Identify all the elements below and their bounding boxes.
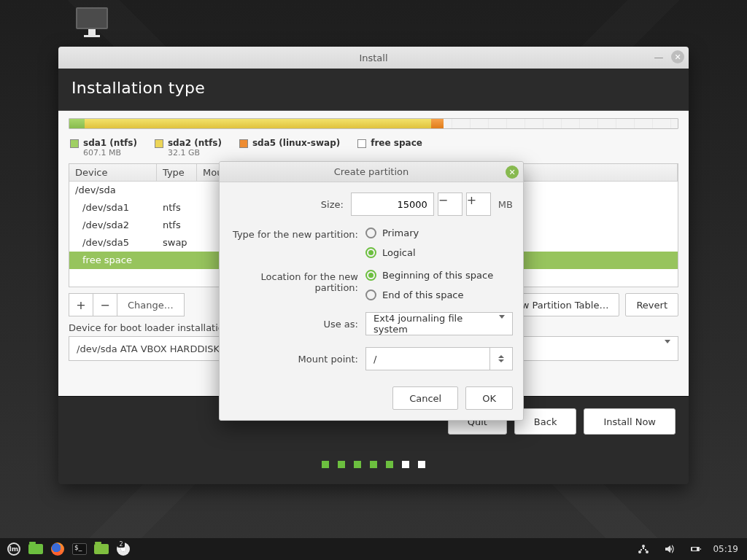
use-as-row: Use as: Ext4 journaling file system: [227, 312, 513, 335]
use-as-label: Use as:: [227, 319, 358, 330]
cell-type: ntfs: [157, 199, 197, 216]
window-minimize-button[interactable]: —: [652, 50, 665, 63]
legend-name: free space: [371, 138, 422, 148]
dialog-titlebar[interactable]: Create partition ✕: [220, 162, 523, 182]
volume-icon[interactable]: [660, 540, 679, 558]
window-close-button[interactable]: ✕: [671, 50, 684, 63]
partition-usage-bar: [69, 118, 678, 129]
legend-size: 32.1 GB: [168, 148, 222, 158]
use-as-select[interactable]: Ext4 journaling file system: [365, 312, 513, 335]
legend-swatch: [357, 139, 366, 148]
revert-button[interactable]: Revert: [625, 293, 678, 316]
usage-segment: [85, 119, 431, 128]
taskbar: lm $_ 2 05:19: [0, 538, 747, 560]
legend-name: sda5 (linux-swap): [252, 138, 340, 148]
cell-device: /dev/sda1: [69, 199, 157, 216]
cell-type: swap: [157, 234, 197, 251]
mount-point-value: /: [374, 354, 376, 365]
legend-name: sda2 (ntfs): [168, 138, 222, 148]
pager-dot: [418, 461, 425, 468]
remove-partition-button[interactable]: −: [93, 293, 117, 316]
legend-name: sda1 (ntfs): [83, 138, 137, 148]
pager-dot: [402, 461, 409, 468]
create-partition-dialog: Create partition ✕ Size: − + MB Type for…: [219, 161, 524, 421]
col-type[interactable]: Type: [157, 164, 197, 181]
mount-point-dropdown-button[interactable]: [489, 347, 513, 370]
radio-location-begin[interactable]: Beginning of this space: [365, 270, 493, 281]
window-title: Install: [359, 52, 387, 63]
cell-type: [157, 252, 197, 268]
cell-device: /dev/sda5: [69, 234, 157, 251]
install-now-button[interactable]: Install Now: [584, 408, 676, 435]
partition-location-label: Location for the new partition:: [227, 270, 358, 293]
cell-device: /dev/sda: [69, 182, 157, 198]
legend-item: sda2 (ntfs)32.1 GB: [155, 138, 222, 158]
legend-size: 607.1 MB: [83, 148, 137, 158]
pager-dot: [370, 461, 377, 468]
col-device[interactable]: Device: [69, 164, 157, 181]
use-as-value: Ext4 journaling file system: [374, 313, 499, 335]
size-input[interactable]: [351, 192, 434, 216]
legend-swatch: [239, 139, 248, 148]
cell-type: [157, 182, 197, 198]
legend-swatch: [70, 139, 79, 148]
mount-point-row: Mount point: /: [227, 347, 513, 370]
chevron-down-icon: [499, 319, 505, 330]
usage-segment: [444, 119, 678, 128]
start-menu-button[interactable]: lm: [4, 540, 23, 558]
dialog-buttons: Cancel OK: [227, 382, 513, 410]
taskbar-installer[interactable]: 2: [114, 540, 133, 558]
legend-swatch: [155, 139, 163, 148]
size-unit: MB: [498, 199, 513, 210]
pager-dot: [338, 461, 345, 468]
size-decrement-button[interactable]: −: [438, 192, 462, 216]
usage-segment: [69, 119, 85, 128]
change-partition-button[interactable]: Change…: [117, 293, 185, 316]
taskbar-files[interactable]: [92, 540, 111, 558]
pager-dot: [322, 461, 329, 468]
cell-device: free space: [69, 252, 157, 268]
taskbar-terminal[interactable]: $_: [70, 540, 89, 558]
legend-item: free space: [357, 138, 422, 148]
pager-dot: [354, 461, 361, 468]
radio-primary[interactable]: Primary: [365, 228, 419, 238]
page-title: Installation type: [58, 69, 689, 110]
cell-device: /dev/sda2: [69, 217, 157, 233]
taskbar-firefox[interactable]: [48, 540, 67, 558]
window-titlebar[interactable]: Install — ✕: [58, 47, 689, 69]
radio-logical[interactable]: Logical: [365, 247, 419, 258]
size-label: Size:: [227, 199, 344, 210]
size-increment-button[interactable]: +: [466, 192, 491, 216]
taskbar-installer-count: 2: [117, 540, 125, 548]
chevron-down-icon: [665, 343, 670, 354]
partition-location-row: Location for the new partition: Beginnin…: [227, 270, 513, 300]
desktop-computer-icon[interactable]: [76, 7, 108, 37]
taskbar-show-desktop[interactable]: [26, 540, 45, 558]
bootloader-device-value: /dev/sda ATA VBOX HARDDISK: [77, 343, 220, 354]
cell-type: ntfs: [157, 217, 197, 233]
progress-dots: [71, 461, 676, 468]
legend-item: sda5 (linux-swap): [239, 138, 340, 148]
partition-type-label: Type for the new partition:: [227, 228, 358, 240]
system-tray: 05:19: [634, 540, 743, 558]
dialog-close-button[interactable]: ✕: [506, 166, 519, 179]
ok-button[interactable]: OK: [465, 386, 513, 410]
partition-legend: sda1 (ntfs)607.1 MBsda2 (ntfs)32.1 GBsda…: [69, 135, 678, 158]
chevron-updown-icon: [498, 355, 504, 362]
radio-location-end[interactable]: End of this space: [365, 289, 493, 300]
network-icon[interactable]: [634, 540, 653, 558]
pager-dot: [386, 461, 393, 468]
size-row: Size: − + MB: [227, 192, 513, 216]
add-partition-button[interactable]: +: [69, 293, 93, 316]
dialog-title: Create partition: [334, 166, 409, 177]
battery-icon[interactable]: [686, 540, 705, 558]
legend-item: sda1 (ntfs)607.1 MB: [70, 138, 137, 158]
mount-point-label: Mount point:: [227, 354, 358, 365]
taskbar-clock[interactable]: 05:19: [713, 544, 738, 554]
mount-point-combobox[interactable]: /: [365, 347, 513, 370]
cancel-button[interactable]: Cancel: [392, 386, 458, 410]
usage-segment: [431, 119, 444, 128]
partition-type-row: Type for the new partition: Primary Logi…: [227, 228, 513, 258]
